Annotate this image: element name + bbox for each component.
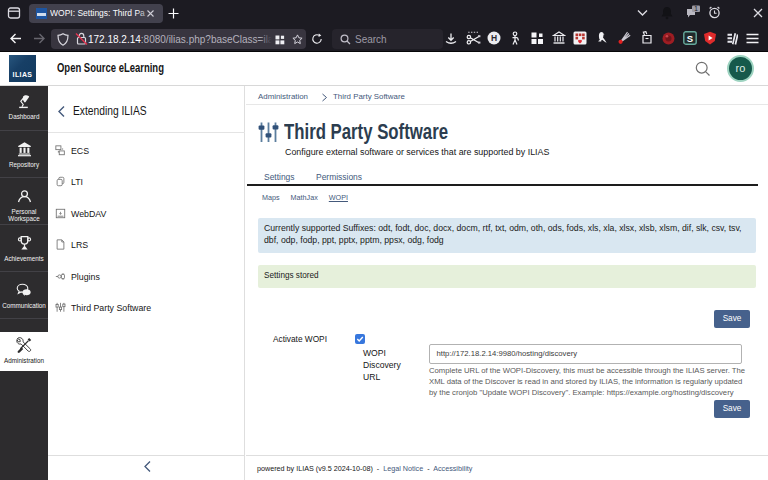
svg-text:1: 1 (694, 5, 698, 12)
svg-text:S: S (687, 33, 693, 44)
svg-text:H: H (491, 33, 497, 43)
